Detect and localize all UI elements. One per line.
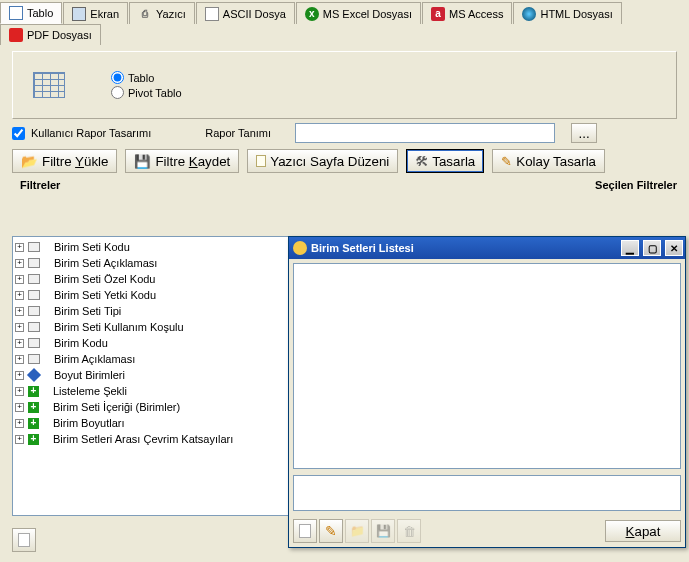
box-icon xyxy=(28,322,40,332)
filter-label: Birim Seti Kullanım Koşulu xyxy=(54,321,184,333)
expander[interactable]: + xyxy=(15,291,24,300)
filter-label: Birim Seti Tipi xyxy=(54,305,121,317)
expander[interactable]: + xyxy=(15,387,24,396)
expander[interactable]: + xyxy=(15,339,24,348)
filter-label: Birim Kodu xyxy=(54,337,108,349)
birim-setleri-list[interactable] xyxy=(293,263,681,469)
dialog-footer: ✎ 📁 💾 🗑 Kapat xyxy=(289,515,685,547)
filters-tree[interactable]: +Birim Seti Kodu+Birim Seti Açıklaması+B… xyxy=(12,236,302,516)
tab-excel[interactable]: x MS Excel Dosyası xyxy=(296,2,421,24)
filter-save-button[interactable]: 💾 Filtre Kaydet xyxy=(125,149,239,173)
filter-item[interactable]: ++Birim Setleri Arası Çevrim Katsayıları xyxy=(15,431,299,447)
filter-item[interactable]: +Birim Seti Yetki Kodu xyxy=(15,287,299,303)
btn-label: Filtre Kaydet xyxy=(155,154,230,169)
easy-design-button[interactable]: ✎ Kolay Tasarla xyxy=(492,149,605,173)
filter-item[interactable]: +Birim Kodu xyxy=(15,335,299,351)
tab-label: HTML Dosyası xyxy=(540,8,612,20)
dialog-icon xyxy=(293,241,307,255)
expander[interactable]: + xyxy=(15,419,24,428)
filter-toolbar: 📂 Filtre Yükle 💾 Filtre Kaydet Yazıcı Sa… xyxy=(12,149,677,173)
diamond-icon xyxy=(27,368,41,382)
filter-item[interactable]: ++Birim Boyutları xyxy=(15,415,299,431)
filter-label: Listeleme Şekli xyxy=(53,385,127,397)
filter-item[interactable]: +Birim Seti Açıklaması xyxy=(15,255,299,271)
kapat-button[interactable]: Kapat xyxy=(605,520,681,542)
new-button[interactable] xyxy=(293,519,317,543)
btn-label: Tasarla xyxy=(432,154,475,169)
filter-label: Birim Seti Açıklaması xyxy=(54,257,157,269)
filter-item[interactable]: +Birim Seti Kullanım Koşulu xyxy=(15,319,299,335)
tab-access[interactable]: a MS Access xyxy=(422,2,512,24)
output-type-tabs: Tablo Ekran ⎙ Yazıcı ASCII Dosya x MS Ex… xyxy=(0,0,689,45)
tab-ascii[interactable]: ASCII Dosya xyxy=(196,2,295,24)
design-button[interactable]: 🛠 Tasarla xyxy=(406,149,484,173)
expander[interactable]: + xyxy=(15,371,24,380)
expander[interactable]: + xyxy=(15,275,24,284)
radio-pivot[interactable]: Pivot Tablo xyxy=(111,86,182,99)
birim-setleri-detail[interactable] xyxy=(293,475,681,511)
filter-item[interactable]: +Birim Seti Tipi xyxy=(15,303,299,319)
box-icon xyxy=(28,258,40,268)
tab-ekran[interactable]: Ekran xyxy=(63,2,128,24)
filter-item[interactable]: ++Birim Seti İçeriği (Birimler) xyxy=(15,399,299,415)
expander[interactable]: + xyxy=(15,355,24,364)
tab-pdf[interactable]: PDF Dosyası xyxy=(0,24,101,45)
filter-item[interactable]: +Birim Seti Kodu xyxy=(15,239,299,255)
box-icon xyxy=(28,306,40,316)
ascii-icon xyxy=(205,7,219,21)
save-icon: 💾 xyxy=(376,524,391,538)
expander[interactable]: + xyxy=(15,403,24,412)
radio-tablo[interactable]: Tablo xyxy=(111,71,182,84)
filter-label: Birim Seti İçeriği (Birimler) xyxy=(53,401,180,413)
delete-button: 🗑 xyxy=(397,519,421,543)
plus-icon: + xyxy=(28,418,39,429)
user-report-label: Kullanıcı Rapor Tasarımı xyxy=(31,127,151,139)
plus-icon: + xyxy=(28,402,39,413)
maximize-button[interactable]: ▢ xyxy=(643,240,661,256)
filter-label: Boyut Birimleri xyxy=(54,369,125,381)
user-report-checkbox[interactable] xyxy=(12,127,25,140)
filter-item[interactable]: ++Listeleme Şekli xyxy=(15,383,299,399)
filter-label: Birim Seti Özel Kodu xyxy=(54,273,155,285)
printer-icon: ⎙ xyxy=(138,7,152,21)
radio-label: Pivot Tablo xyxy=(128,87,182,99)
filter-load-button[interactable]: 📂 Filtre Yükle xyxy=(12,149,117,173)
minimize-button[interactable]: ▁ xyxy=(621,240,639,256)
box-icon xyxy=(28,354,40,364)
expander[interactable]: + xyxy=(15,307,24,316)
close-button[interactable]: ✕ xyxy=(665,240,683,256)
expander[interactable]: + xyxy=(15,323,24,332)
expander[interactable]: + xyxy=(15,243,24,252)
tab-yazici[interactable]: ⎙ Yazıcı xyxy=(129,2,195,24)
filter-item[interactable]: +Birim Açıklaması xyxy=(15,351,299,367)
expander[interactable]: + xyxy=(15,435,24,444)
table-mode-radios: Tablo Pivot Tablo xyxy=(111,69,182,101)
pdf-icon xyxy=(9,28,23,42)
filter-label: Birim Seti Kodu xyxy=(54,241,130,253)
report-def-browse-button[interactable]: ... xyxy=(571,123,597,143)
edit-icon: ✎ xyxy=(325,523,337,539)
filter-item[interactable]: +Birim Seti Özel Kodu xyxy=(15,271,299,287)
page-setup-button[interactable]: Yazıcı Sayfa Düzeni xyxy=(247,149,398,173)
dialog-titlebar[interactable]: Birim Setleri Listesi ▁ ▢ ✕ xyxy=(289,237,685,259)
report-design-row: Kullanıcı Rapor Tasarımı Rapor Tanımı ..… xyxy=(12,123,677,143)
plus-icon: + xyxy=(28,386,39,397)
radio-tablo-input[interactable] xyxy=(111,71,124,84)
box-icon xyxy=(28,338,40,348)
filter-item[interactable]: +Boyut Birimleri xyxy=(15,367,299,383)
filter-label: Birim Setleri Arası Çevrim Katsayıları xyxy=(53,433,233,445)
tab-label: Tablo xyxy=(27,7,53,19)
bottom-left-button[interactable] xyxy=(12,528,36,552)
birim-setleri-dialog: Birim Setleri Listesi ▁ ▢ ✕ ✎ 📁 💾 🗑 Kapa… xyxy=(288,236,686,548)
tab-tablo[interactable]: Tablo xyxy=(0,2,62,24)
edit-button[interactable]: ✎ xyxy=(319,519,343,543)
tab-html[interactable]: HTML Dosyası xyxy=(513,2,621,24)
report-def-input[interactable] xyxy=(295,123,555,143)
radio-pivot-input[interactable] xyxy=(111,86,124,99)
tab-label: ASCII Dosya xyxy=(223,8,286,20)
expander[interactable]: + xyxy=(15,259,24,268)
tab-label: Ekran xyxy=(90,8,119,20)
table-mode-group: Tablo Pivot Tablo xyxy=(12,51,677,119)
open-button: 📁 xyxy=(345,519,369,543)
box-icon xyxy=(28,290,40,300)
